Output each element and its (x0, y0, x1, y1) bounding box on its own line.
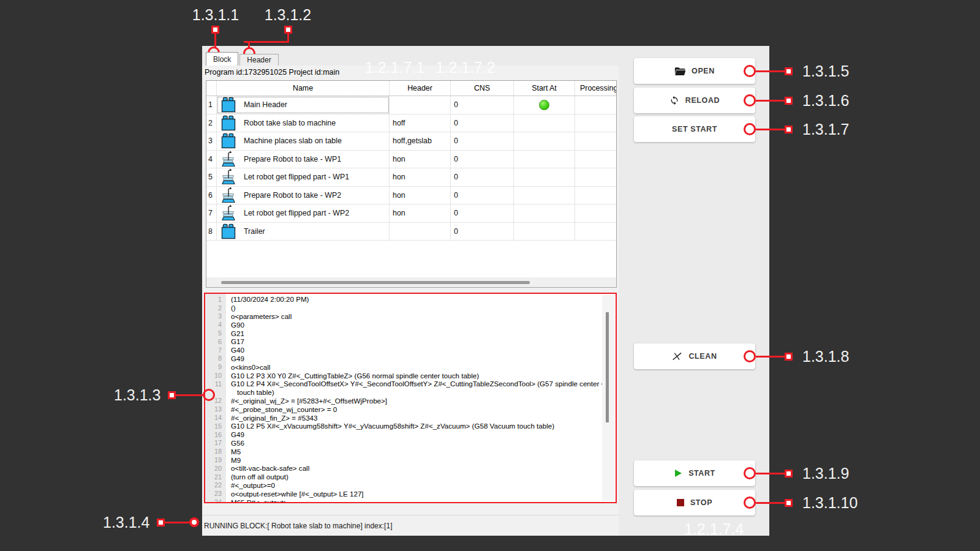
open-button[interactable]: OPEN (634, 58, 755, 84)
code-line: 17G56 (205, 439, 605, 448)
code-text: G56 (226, 439, 244, 447)
horizontal-scrollbar[interactable] (206, 277, 616, 287)
table-row[interactable]: 1Main Header0 (206, 96, 616, 114)
block-name: Let robot get flipped part - WP1 (244, 173, 349, 181)
table-row[interactable]: 7Let robot get flipped part - WP2hon0 (206, 204, 616, 223)
ghost-label: 1.2.1.7.1 (365, 59, 424, 77)
program-info-label: Program id:1732951025 Project id:main (205, 68, 339, 77)
annotation-line (165, 522, 189, 523)
table-row[interactable]: 5Let robot get flipped part - WP1hon0 (206, 168, 616, 187)
code-line: 18M5 (205, 447, 605, 455)
code-text: #<_original_wj_Z> = [#5283+#<_OffsetWjPr… (226, 397, 387, 405)
processing-cell (575, 187, 616, 204)
table-row[interactable]: 4Prepare Robot to take - WP1hon0 (206, 151, 616, 169)
reload-button-label: RELOAD (685, 96, 720, 105)
code-text: G90 (226, 321, 244, 329)
code-line: 11G10 L2 P4 X#<_SecondToolOffsetX> Y#<_S… (205, 380, 605, 388)
code-line: 1(11/30/2024 2:00:20 PM) (205, 295, 605, 304)
line-number: 20 (205, 465, 226, 472)
annotation-square-marker (785, 470, 793, 478)
table-row[interactable]: 2Robot take slab to machinehoff0 (206, 114, 616, 133)
gcode-editor[interactable]: 1(11/30/2024 2:00:20 PM)2()3o<parameters… (204, 293, 617, 503)
line-number: 13 (205, 405, 226, 413)
annotation-callout: 1.3.1.10 (744, 497, 858, 509)
annotation-callout: 1.3.1.7 (744, 123, 849, 135)
code-line: touch table) (205, 388, 605, 397)
code-text: G21 (226, 329, 244, 337)
annotation-circle-marker (744, 123, 756, 135)
line-number: 9 (205, 363, 226, 370)
ghost-label: 1.2.1.7.2 (435, 59, 495, 77)
vertical-scrollbar[interactable] (602, 295, 614, 501)
row-number-cell: 1 (206, 96, 217, 114)
tab-block[interactable]: Block (206, 52, 238, 66)
line-number: 21 (205, 473, 226, 481)
annotation-circle-marker (203, 389, 215, 401)
annotation-label: 1.3.1.3 (114, 386, 160, 404)
cns-cell: 0 (451, 132, 514, 150)
annotation-line (176, 394, 203, 396)
header-cell (390, 223, 451, 241)
start-at-indicator (539, 100, 549, 110)
ghost-label: 1.2.1.7.4 (684, 520, 744, 538)
code-line: 3o<parameters> call (205, 312, 605, 321)
start-at-cell (514, 114, 575, 132)
code-text: o<parameters> call (226, 312, 292, 320)
processing-cell (575, 223, 616, 241)
annotation-callout: 1.3.1.4 (103, 514, 199, 531)
reload-button[interactable]: RELOAD (634, 88, 755, 113)
code-text: M9 (226, 456, 241, 464)
tab-header[interactable]: Header (239, 54, 278, 66)
block-name: Let robot get flipped part - WP2 (244, 209, 349, 217)
name-cell: Trailer (217, 223, 390, 241)
table-row[interactable]: 8Trailer0 (206, 223, 616, 241)
code-text: o<tilt-vac-back-safe> call (226, 464, 309, 472)
line-number: 1 (205, 296, 226, 303)
block-brick-icon (221, 223, 236, 239)
annotation-callout: 1.3.1.5 (744, 65, 849, 77)
vertical-scrollbar-thumb[interactable] (606, 312, 609, 422)
annotated-screenshot: BlockHeader Program id:1732951025 Projec… (0, 0, 980, 551)
block-name: Prepare Robot to take - WP2 (244, 191, 341, 200)
annotation-label: 1.3.1.2 (262, 6, 314, 24)
start-button[interactable]: START (634, 460, 755, 486)
clean-button[interactable]: CLEAN (634, 343, 755, 369)
horizontal-scrollbar-thumb[interactable] (221, 281, 530, 284)
start-at-cell (514, 223, 575, 241)
line-number: 2 (205, 304, 226, 312)
play-icon (674, 469, 682, 478)
annotation-circle-marker (744, 94, 756, 107)
processing-cell (575, 114, 616, 132)
annotation-square-marker (168, 391, 176, 399)
cns-cell: 0 (451, 204, 514, 222)
header-cell: hon (390, 168, 451, 186)
block-brick-icon (221, 133, 236, 149)
block-brick-icon (221, 97, 236, 113)
annotation-callout: 1.3.1.8 (744, 350, 849, 362)
annotation-label: 1.3.1.1 (191, 6, 240, 24)
table-row[interactable]: 3Machine places slab on tablehoff,getsla… (206, 132, 616, 151)
header-cell: hon (390, 187, 451, 204)
code-line: 12#<_original_wj_Z> = [#5283+#<_OffsetWj… (205, 397, 605, 405)
code-line: 2() (205, 304, 605, 312)
block-table[interactable]: NameHeaderCNSStart AtProcessing1Main Hea… (206, 80, 617, 288)
set-start-button[interactable]: SET START (634, 116, 755, 142)
block-name: Trailer (244, 227, 265, 236)
code-text: #<_probe_stone_wj_counter> = 0 (226, 405, 337, 413)
annotation-label: 1.3.1.9 (802, 465, 849, 482)
annotation-line (756, 473, 785, 474)
annotation-circle-marker (744, 350, 756, 362)
annotation-circle-marker (189, 517, 199, 527)
table-header-row: NameHeaderCNSStart AtProcessing (206, 81, 616, 96)
annotation-circle-marker (744, 65, 756, 77)
line-number: 23 (205, 490, 226, 497)
table-row[interactable]: 6Prepare Robot to take - WP2hon0 (206, 187, 616, 205)
annotation-line (244, 41, 289, 43)
code-text: () (226, 304, 236, 312)
line-number: 16 (205, 431, 226, 438)
line-number: 4 (205, 321, 226, 328)
annotation-line (756, 129, 785, 130)
stop-button[interactable]: STOP (634, 490, 755, 515)
stop-icon (677, 499, 684, 506)
code-line: 20o<tilt-vac-back-safe> call (205, 464, 605, 473)
